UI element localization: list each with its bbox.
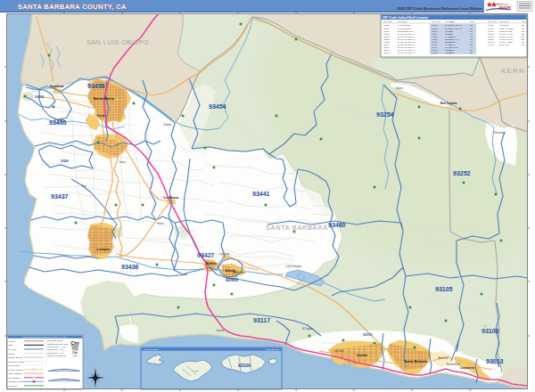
svg-text:Buellton: Buellton	[206, 262, 217, 265]
svg-text:ZIP Code Index/Grid Locator: ZIP Code Index/Grid Locator	[383, 16, 429, 20]
svg-text:SANTA BARBARA: SANTA BARBARA	[266, 224, 328, 232]
svg-text:El Capitan: El Capitan	[302, 327, 314, 331]
svg-text:LOC: LOC	[470, 20, 474, 23]
svg-text:miles: miles	[62, 368, 67, 370]
svg-text:Ventucopa: Ventucopa	[494, 131, 506, 135]
svg-text:Santa Ynez: Santa Ynez	[233, 271, 245, 274]
svg-text:93436: 93436	[121, 264, 139, 270]
svg-text:ZIP Name: ZIP Name	[398, 20, 407, 23]
svg-text:93454: 93454	[209, 103, 226, 110]
svg-text:KERN: KERN	[501, 67, 525, 75]
svg-text:93101: 93101	[193, 370, 200, 372]
svg-text:LOC: LOC	[522, 20, 526, 23]
svg-text:SOLVANG: SOLVANG	[499, 44, 509, 46]
svg-text:Lompoc: Lompoc	[97, 248, 111, 251]
svg-text:ZIP Code: ZIP Code	[432, 20, 441, 23]
svg-text:93463: 93463	[488, 44, 494, 46]
svg-text:93460: 93460	[328, 222, 346, 228]
svg-text:≈: ≈	[484, 323, 487, 329]
svg-text:State: State	[9, 344, 14, 346]
svg-text:Streets: Streets	[9, 353, 16, 355]
svg-text:Santa Maria: Santa Maria	[93, 96, 114, 101]
svg-text:93105: 93105	[435, 286, 453, 292]
svg-text:2020 ZIP Code Business Referen: 2020 ZIP Code Business Reference Inset E…	[397, 6, 482, 11]
svg-text:93117: 93117	[253, 317, 270, 323]
svg-text:City: City	[72, 351, 78, 355]
svg-text:Casmalia: Casmalia	[54, 118, 64, 121]
svg-text:Lake Cachuma: Lake Cachuma	[285, 265, 301, 268]
svg-text:SANTA BARBARA COUNTY, CA: SANTA BARBARA COUNTY, CA	[18, 3, 127, 11]
svg-text:City: City	[73, 355, 78, 357]
svg-text:Sisquoc: Sisquoc	[163, 123, 172, 127]
svg-text:Toll Route: Toll Route	[9, 385, 19, 387]
svg-text:93108: 93108	[482, 328, 499, 334]
svg-text:Goleta: Goleta	[357, 354, 368, 357]
svg-text:Primary Streets: Primary Streets	[9, 356, 23, 358]
svg-text:ZIP Code: ZIP Code	[9, 348, 18, 350]
svg-text:LOMPOC: LOMPOC	[445, 52, 455, 54]
svg-text:Minor Roads: Minor Roads	[9, 364, 21, 366]
svg-text:Surf: Surf	[82, 184, 86, 188]
svg-text:ZIP Code: ZIP Code	[488, 20, 498, 23]
svg-text:State Highways: State Highways	[9, 372, 23, 374]
svg-text:Channel Islands: Channel Islands	[144, 348, 159, 350]
svg-text:ZIP Name: ZIP Name	[445, 20, 455, 23]
svg-text:US Highways: US Highways	[9, 377, 21, 379]
svg-text:Santa Barbara: Santa Barbara	[266, 348, 280, 350]
svg-text:New Cuyama: New Cuyama	[440, 102, 457, 105]
svg-text:93437: 93437	[51, 193, 69, 200]
svg-text:Carpinteria: Carpinteria	[460, 366, 474, 370]
svg-text:Santa Barbara: Santa Barbara	[404, 360, 428, 363]
svg-text:93109: 93109	[238, 363, 251, 368]
svg-text:93441: 93441	[252, 191, 270, 197]
svg-text:93463: 93463	[226, 277, 238, 282]
svg-text:County Highways: County Highways	[9, 369, 25, 371]
svg-text:93438: 93438	[61, 159, 69, 163]
svg-text:Garcia: Garcia	[396, 86, 403, 90]
svg-text:Interstate Highways: Interstate Highways	[9, 380, 27, 382]
svg-text:93013: 93013	[486, 358, 504, 364]
svg-text:County: County	[9, 340, 16, 342]
svg-text:93434: 93434	[35, 95, 44, 99]
svg-text:Summerland: Summerland	[447, 363, 460, 366]
svg-text:93110: 93110	[383, 52, 390, 54]
svg-text:93458: 93458	[87, 83, 105, 89]
svg-text:Los Alamos: Los Alamos	[164, 196, 179, 200]
svg-text:93254: 93254	[376, 111, 394, 118]
svg-text:Secondary Roads: Secondary Roads	[9, 361, 25, 363]
svg-text:Isla Vista: Isla Vista	[334, 349, 344, 353]
svg-text:Los Olivos: Los Olivos	[219, 252, 231, 256]
svg-text:2020 Santa Barbara Reference C: 2020 Santa Barbara Reference County - CA…	[22, 336, 68, 338]
svg-text:Harris: Harris	[158, 222, 165, 225]
svg-text:SAN LUIS OBISPO: SAN LUIS OBISPO	[86, 38, 149, 46]
svg-text:Orcutt: Orcutt	[97, 114, 105, 118]
svg-text:Cities 999 and Below: Cities 999 and Below	[47, 355, 66, 356]
svg-text:Guadalupe: Guadalupe	[50, 85, 64, 88]
svg-text:93252: 93252	[453, 170, 471, 176]
svg-text:ZIP Name: ZIP Name	[499, 20, 509, 23]
svg-text:Montecito: Montecito	[438, 356, 449, 360]
svg-text:Garey: Garey	[119, 160, 126, 164]
svg-text:93427: 93427	[197, 252, 215, 258]
svg-text:93438: 93438	[432, 52, 438, 54]
svg-text:93111: 93111	[363, 332, 373, 337]
svg-text:Cities with Towns: Cities with Towns	[47, 339, 63, 341]
svg-text:kilometers: kilometers	[60, 378, 70, 380]
svg-text:Gaviota: Gaviota	[217, 329, 225, 332]
svg-text:ZIP Code: ZIP Code	[383, 20, 393, 23]
svg-text:SANTA BARBARA: SANTA BARBARA	[398, 52, 416, 54]
